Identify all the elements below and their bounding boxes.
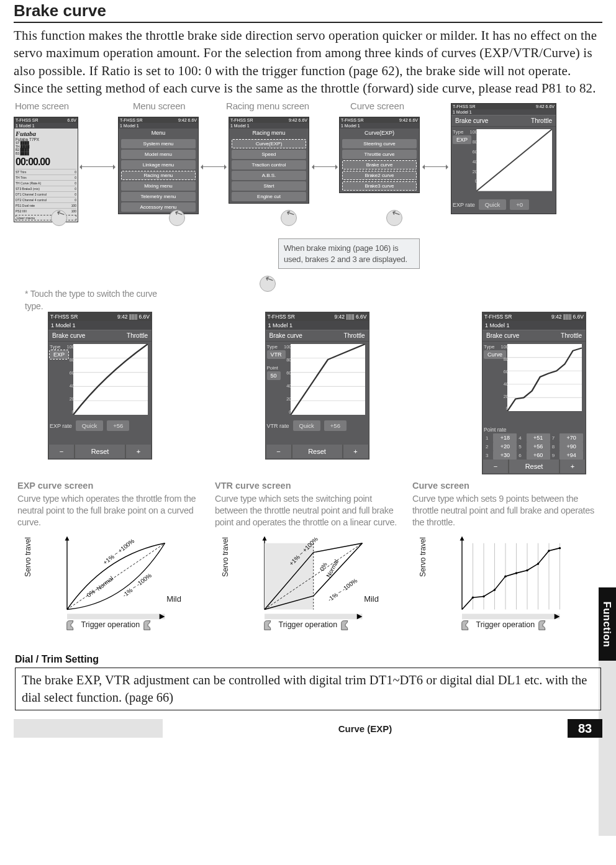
vtr-point-value[interactable]: 50	[267, 371, 281, 380]
plus-button[interactable]: +	[126, 445, 151, 458]
arrow-4	[425, 166, 446, 167]
vtr-chart	[291, 344, 365, 415]
curve-curve-device: T-FHSS SR9:42 |||||| 6.6V 1 Model 1 Brak…	[482, 312, 586, 474]
point-value[interactable]: +56	[527, 442, 550, 451]
rate-quick[interactable]: Quick	[479, 199, 506, 210]
trigger-icon	[537, 619, 551, 632]
menu-item[interactable]: Mixing menu	[121, 181, 196, 191]
racing-item-highlight[interactable]: Curve(EXP)	[232, 139, 306, 148]
exp-rate-value[interactable]: +56	[107, 420, 129, 431]
svg-text:-1% ~ -100%: -1% ~ -100%	[121, 571, 153, 598]
point-value[interactable]: +94	[559, 451, 583, 460]
type-switch-note: * Touch the type to switch the curve typ…	[25, 288, 161, 312]
svg-rect-31	[265, 614, 363, 619]
menu-screen-thumb: T-FHSS SR9:42 6.6V 1 Model 1 Menu System…	[118, 117, 199, 214]
exp-chart	[73, 344, 148, 415]
point-value[interactable]: +18	[493, 433, 517, 442]
curve-nav-item[interactable]: Steering curve	[342, 139, 417, 148]
menu-item[interactable]: Linkage menu	[121, 160, 196, 170]
menu-item[interactable]: System menu	[121, 139, 196, 148]
racing-item[interactable]: Start	[232, 181, 306, 191]
point-value[interactable]: +60	[527, 451, 550, 460]
point-value[interactable]: +90	[559, 442, 583, 451]
trigger-icon	[142, 619, 156, 632]
vtr-explain-graph: Servo travel Mild +1% ~ +100% 0% Normal …	[215, 533, 401, 645]
curve-explain-graph: Servo travel Trigger operation	[412, 533, 599, 645]
menu-item[interactable]: Model menu	[121, 150, 196, 159]
svg-point-59	[548, 550, 550, 552]
page-footer: Curve (EXP) 83	[14, 719, 602, 738]
svg-point-56	[515, 572, 518, 574]
svg-point-55	[504, 575, 507, 577]
exp-desc-title: EXP curve screen	[17, 481, 204, 491]
arrow-1	[82, 166, 113, 167]
reset-button[interactable]: Reset	[509, 460, 559, 473]
x-axis-label: Trigger operation	[476, 620, 535, 629]
svg-text:Normal: Normal	[95, 574, 114, 592]
plus-button[interactable]: +	[343, 445, 368, 458]
svg-point-60	[559, 547, 561, 550]
exp-explain-graph: Servo travel Mild 0% Normal +1% ~ +100% …	[17, 533, 204, 645]
svg-rect-21	[67, 614, 165, 619]
curve-nav-item[interactable]: Brake2 curve	[342, 171, 417, 180]
curve-chart	[507, 344, 582, 411]
arrow-2	[203, 166, 224, 167]
svg-text:+1% ~ +100%: +1% ~ +100%	[102, 537, 136, 566]
curve-nav-thumb: T-FHSS SR9:42 6.6V 1 Model 1 Curve(EXP) …	[339, 117, 420, 193]
home-model: 1 Model 1	[16, 124, 35, 128]
y-axis-label: Servo travel	[221, 537, 230, 577]
racing-item[interactable]: A.B.S.	[232, 171, 306, 180]
touch-icon-home: ↖	[51, 210, 68, 227]
home-brand: Futaba	[16, 130, 76, 137]
title-rule	[14, 22, 602, 23]
touch-icon-racing: ↖	[281, 210, 298, 227]
menu-item-highlight[interactable]: Racing menu	[121, 171, 196, 180]
svg-point-58	[537, 563, 540, 565]
side-tab-label: Function	[602, 601, 614, 647]
point-value[interactable]: +51	[527, 433, 550, 442]
x-axis-label: Trigger operation	[81, 620, 140, 629]
vtr-rate-value[interactable]: +56	[324, 420, 346, 431]
curve-nav-item[interactable]: Brake3 curve	[342, 181, 417, 191]
curve-desc-title: Curve screen	[412, 481, 599, 491]
trigger-icon	[65, 619, 79, 632]
minus-button[interactable]: −	[49, 445, 74, 458]
point-value[interactable]: +30	[493, 451, 517, 460]
minus-button[interactable]: −	[266, 445, 291, 458]
plus-button[interactable]: +	[560, 460, 585, 473]
rate-label: EXP rate	[453, 202, 475, 208]
svg-text:-1% ~ -100%: -1% ~ -100%	[327, 577, 359, 603]
exp-quick-button[interactable]: Quick	[76, 420, 103, 431]
point-value[interactable]: +70	[559, 433, 583, 442]
svg-marker-19	[65, 536, 70, 540]
curve-nav-item-highlight[interactable]: Brake curve	[342, 160, 417, 170]
home-status: T-FHSS SR	[16, 118, 38, 122]
minus-button[interactable]: −	[483, 460, 508, 473]
racing-item[interactable]: Engine cut	[232, 192, 306, 201]
svg-point-52	[472, 596, 474, 599]
svg-text:Normal: Normal	[325, 558, 340, 579]
home-timer: 00:00.00	[16, 156, 76, 168]
exp-rate-label: EXP rate	[50, 423, 72, 429]
reset-button[interactable]: Reset	[292, 445, 342, 458]
vtr-quick-button[interactable]: Quick	[293, 420, 320, 431]
point-value[interactable]: +20	[493, 442, 517, 451]
racing-item[interactable]: Speed	[232, 150, 306, 159]
footer-label: Curve (EXP)	[163, 723, 568, 734]
side-tab-function: Function	[599, 587, 616, 661]
curve-nav-item[interactable]: Throttle curve	[342, 150, 417, 159]
menu-item[interactable]: Telemetry menu	[121, 192, 196, 201]
touch-icon-curve-nav: ↖	[386, 210, 404, 227]
reset-button[interactable]: Reset	[75, 445, 125, 458]
trigger-icon	[460, 619, 474, 632]
page-number: 83	[568, 719, 602, 738]
steer-curve-chart	[476, 129, 552, 191]
touch-icon-menu: ↖	[169, 210, 186, 227]
y-axis-label: Servo travel	[419, 537, 427, 577]
racing-item[interactable]: Traction control	[232, 160, 306, 170]
mild-label: Mild	[364, 594, 379, 604]
svg-rect-8	[291, 344, 365, 415]
home-label: Home screen	[15, 101, 69, 111]
home-screen-thumb: T-FHSS SR6.6V 1 Model 1 Futaba Futaba T7…	[14, 117, 78, 222]
rate-value[interactable]: +0	[510, 199, 529, 210]
